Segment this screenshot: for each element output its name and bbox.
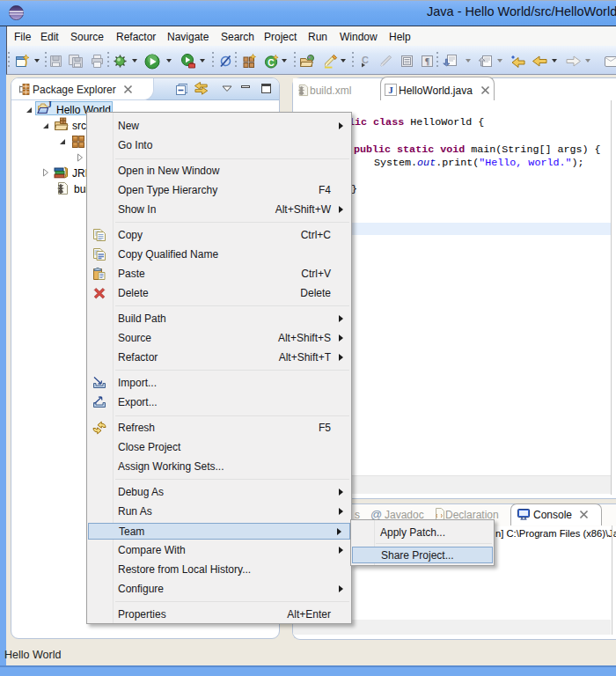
svg-text:J: J	[388, 84, 393, 95]
svg-text:C: C	[268, 58, 275, 68]
svg-text:¶: ¶	[425, 56, 429, 66]
svg-text:C: C	[362, 55, 369, 65]
svg-text:J: J	[48, 100, 52, 109]
